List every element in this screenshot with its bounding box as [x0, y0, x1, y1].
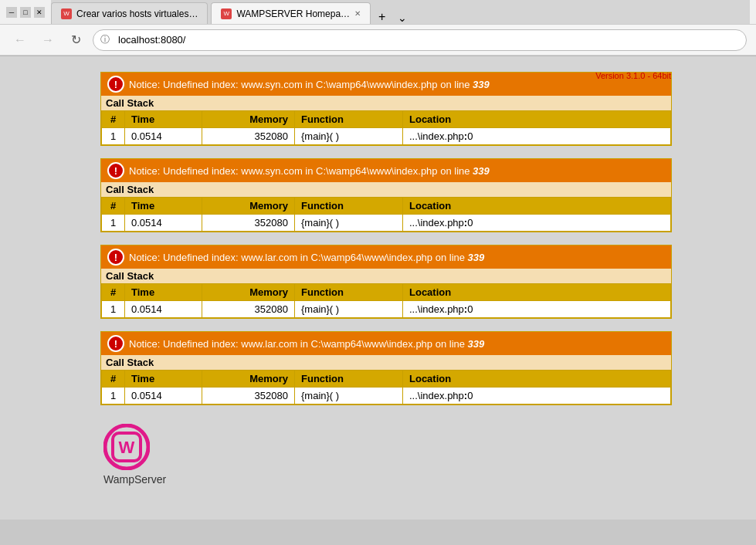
browser-chrome: ─ □ ✕ W Crear varios hosts virtuales… W …	[0, 0, 756, 56]
new-tab-button[interactable]: +	[374, 10, 390, 24]
notice-icon-2: !	[107, 162, 124, 179]
col-header-function-2: Function	[295, 198, 403, 215]
callstack-label-1: Call Stack	[101, 96, 671, 110]
notice-text-4: Notice: Undefined index: www.lar.com in …	[129, 338, 484, 350]
svg-text:W: W	[119, 438, 135, 457]
table-row: 1 0.0514 352080 {main}( ) ...\index.php:…	[102, 301, 671, 318]
col-header-location-4: Location	[403, 371, 671, 388]
col-header-memory-3: Memory	[202, 284, 295, 301]
cell-time: 0.0514	[125, 215, 202, 232]
callstack-label-2: Call Stack	[101, 182, 671, 197]
notice-table-wrapper-3: Call Stack # Time Memory Function Locati…	[101, 269, 671, 318]
notice-block-4: ! Notice: Undefined index: www.lar.com i…	[100, 331, 672, 405]
cell-function: {main}( )	[295, 388, 403, 405]
notice-header-2: ! Notice: Undefined index: www.syn.com i…	[101, 159, 671, 182]
cell-num: 1	[102, 215, 125, 232]
table-row: 1 0.0514 352080 {main}( ) ...\index.php:…	[102, 215, 671, 232]
url-container: ⓘ	[93, 29, 747, 51]
col-header-time-3: Time	[125, 284, 202, 301]
cell-location: ...\index.php:0	[403, 388, 671, 405]
notice-icon-3: !	[107, 249, 124, 266]
col-header-memory-2: Memory	[202, 198, 295, 215]
close-button[interactable]: ✕	[34, 7, 45, 18]
col-header-location-2: Location	[403, 198, 671, 215]
tab-bar: W Crear varios hosts virtuales… W WAMPSE…	[51, 0, 750, 24]
notice-text-1: Notice: Undefined index: www.syn.com in …	[129, 79, 490, 90]
notice-text-2: Notice: Undefined index: www.syn.com in …	[129, 165, 490, 177]
url-input[interactable]	[93, 29, 747, 51]
cell-function: {main}( )	[295, 215, 403, 232]
tab-1[interactable]: W Crear varios hosts virtuales…	[51, 2, 208, 24]
col-header-location-1: Location	[403, 111, 671, 128]
notice-table-wrapper-4: Call Stack # Time Memory Function Locati…	[101, 355, 671, 405]
title-bar: ─ □ ✕ W Crear varios hosts virtuales… W …	[0, 0, 756, 25]
notice-block-1: ! Notice: Undefined index: www.syn.com i…	[100, 72, 672, 146]
cell-num: 1	[102, 128, 125, 145]
notice-header-1: ! Notice: Undefined index: www.syn.com i…	[101, 73, 671, 96]
notice-table-wrapper-1: Call Stack # Time Memory Function Locati…	[101, 96, 671, 145]
notice-table-3: # Time Memory Function Location 1 0.0514…	[101, 283, 671, 318]
notice-table-2: # Time Memory Function Location 1 0.0514…	[101, 197, 671, 232]
cell-memory: 352080	[202, 301, 295, 318]
tab-2-close-icon[interactable]: ✕	[354, 9, 361, 18]
col-header-function-4: Function	[295, 371, 403, 388]
notice-header-3: ! Notice: Undefined index: www.lar.com i…	[101, 245, 671, 269]
nav-bar: ← → ↻ ⓘ	[0, 25, 756, 56]
tab-2-label: WAMPSERVER Homepa…	[236, 8, 350, 19]
notice-table-4: # Time Memory Function Location 1 0.0514…	[101, 370, 671, 405]
cell-num: 1	[102, 301, 125, 318]
cell-time: 0.0514	[125, 128, 202, 145]
col-header-function-3: Function	[295, 284, 403, 301]
table-row: 1 0.0514 352080 {main}( ) ...\index.php:…	[102, 388, 671, 405]
notice-icon-1: !	[107, 76, 124, 93]
col-header-function-1: Function	[295, 111, 403, 128]
cell-function: {main}( )	[295, 128, 403, 145]
cell-memory: 352080	[202, 215, 295, 232]
notice-block-2: ! Notice: Undefined index: www.syn.com i…	[100, 158, 672, 232]
cell-memory: 352080	[202, 388, 295, 405]
notice-header-4: ! Notice: Undefined index: www.lar.com i…	[101, 332, 671, 355]
minimize-button[interactable]: ─	[6, 7, 17, 18]
cell-time: 0.0514	[125, 301, 202, 318]
cell-memory: 352080	[202, 128, 295, 145]
table-row: 1 0.0514 352080 {main}( ) ...\index.php:…	[102, 128, 671, 145]
col-header-num-3: #	[102, 284, 125, 301]
col-header-num-4: #	[102, 371, 125, 388]
col-header-time-1: Time	[125, 111, 202, 128]
col-header-location-3: Location	[403, 284, 671, 301]
wampserver-icon: W	[103, 424, 150, 470]
col-header-memory-4: Memory	[202, 371, 295, 388]
tab-1-label: Crear varios hosts virtuales…	[76, 8, 198, 19]
cell-time: 0.0514	[125, 388, 202, 405]
col-header-num-1: #	[102, 111, 125, 128]
tab-menu-button[interactable]: ⌄	[393, 12, 412, 24]
notice-table-1: # Time Memory Function Location 1 0.0514…	[101, 110, 671, 145]
notice-text-3: Notice: Undefined index: www.lar.com in …	[129, 252, 484, 263]
forward-button[interactable]: →	[37, 29, 59, 51]
wampserver-label: WampServer	[103, 473, 166, 486]
cell-num: 1	[102, 388, 125, 405]
cell-location: ...\index.php:0	[403, 128, 671, 145]
cell-location: ...\index.php:0	[403, 301, 671, 318]
cell-function: {main}( )	[295, 301, 403, 318]
tab-1-favicon: W	[61, 8, 72, 19]
col-header-time-4: Time	[125, 371, 202, 388]
col-header-memory-1: Memory	[202, 111, 295, 128]
notice-table-wrapper-2: Call Stack # Time Memory Function Locati…	[101, 182, 671, 232]
maximize-button[interactable]: □	[20, 7, 31, 18]
notice-block-3: ! Notice: Undefined index: www.lar.com i…	[100, 245, 672, 319]
info-icon: ⓘ	[100, 33, 110, 46]
callstack-label-4: Call Stack	[101, 355, 671, 370]
notice-container: ! Notice: Undefined index: www.syn.com i…	[100, 72, 672, 486]
back-button[interactable]: ←	[9, 29, 31, 51]
version-label: Version 3.1.0 - 64bit	[595, 71, 671, 80]
col-header-num-2: #	[102, 198, 125, 215]
cell-location: ...\index.php:0	[403, 215, 671, 232]
refresh-button[interactable]: ↻	[65, 29, 86, 51]
callstack-label-3: Call Stack	[101, 269, 671, 283]
col-header-time-2: Time	[125, 198, 202, 215]
tab-2[interactable]: W WAMPSERVER Homepa… ✕	[211, 2, 371, 24]
notice-icon-4: !	[107, 335, 124, 352]
page-content: ! Notice: Undefined index: www.syn.com i…	[0, 56, 756, 520]
window-controls: ─ □ ✕	[6, 7, 45, 18]
